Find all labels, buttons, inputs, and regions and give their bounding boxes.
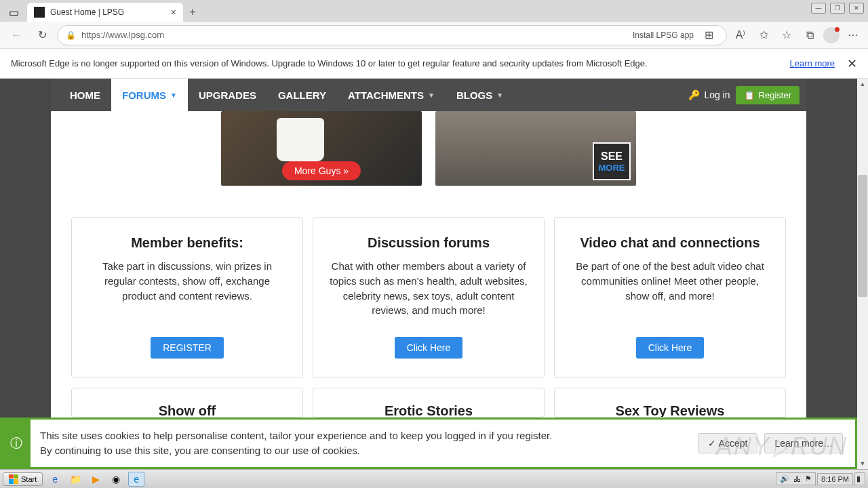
taskbar-ie-icon[interactable]: e bbox=[47, 472, 63, 487]
favorites-icon[interactable]: ☆ bbox=[777, 26, 796, 45]
window-titlebar: ▭ Guest Home | LPSG × + — ❐ ✕ bbox=[0, 0, 868, 22]
hero-image-2[interactable]: SEEMORE bbox=[435, 111, 636, 186]
taskbar-media-icon[interactable]: ▶ bbox=[87, 472, 104, 487]
nav-blogs[interactable]: BLOGS▼ bbox=[446, 79, 514, 111]
nav-attachments[interactable]: ATTACHMENTS▼ bbox=[337, 79, 446, 111]
refresh-button[interactable]: ↻ bbox=[31, 24, 53, 46]
infobar-text: Microsoft Edge is no longer supported on… bbox=[11, 58, 648, 68]
hero-row: More Guys » SEEMORE bbox=[51, 111, 806, 186]
nav-gallery[interactable]: GALLERY bbox=[267, 79, 337, 111]
card-erotic-stories: Erotic Stories bbox=[313, 388, 545, 418]
card-title: Member benefits: bbox=[131, 235, 243, 251]
menu-icon[interactable]: ⋯ bbox=[844, 26, 863, 45]
favicon-icon bbox=[34, 7, 45, 18]
benefit-cards-row: Member benefits: Take part in discussion… bbox=[51, 186, 806, 388]
url-text: https://www.lpsg.com bbox=[81, 30, 627, 40]
card-title: Video chat and connections bbox=[580, 235, 760, 251]
info-icon: ⓘ bbox=[2, 420, 31, 467]
chevron-down-icon: ▼ bbox=[170, 92, 177, 99]
card-discussion-forums: Discussion forums Chat with other member… bbox=[313, 217, 545, 378]
nav-attachments-label: ATTACHMENTS bbox=[348, 89, 424, 101]
nav-forums[interactable]: FORUMS▼ bbox=[111, 79, 188, 111]
card-title: Show off bbox=[88, 403, 286, 418]
vertical-scrollbar[interactable]: ▲ ▼ bbox=[857, 79, 868, 469]
register-card-button[interactable]: REGISTER bbox=[151, 337, 224, 359]
page-viewport: HOME FORUMS▼ UPGRADES GALLERY ATTACHMENT… bbox=[0, 79, 857, 469]
card-sex-toy-reviews: Sex Toy Reviews bbox=[554, 388, 786, 418]
windows-taskbar: Start e 📁 ▶ ◉ e 🔊 🖧 ⚑ 8:16 PM ▮ bbox=[0, 469, 868, 488]
secondary-cards-row: Show off Erotic Stories Sex Toy Reviews bbox=[51, 388, 806, 418]
profile-avatar[interactable] bbox=[823, 27, 840, 43]
unsupported-os-infobar: Microsoft Edge is no longer supported on… bbox=[0, 49, 868, 79]
windows-logo-icon bbox=[9, 474, 18, 484]
close-window-button[interactable]: ✕ bbox=[849, 3, 864, 14]
card-video-chat: Video chat and connections Be part of on… bbox=[554, 217, 786, 378]
taskbar-edge-icon[interactable]: e bbox=[128, 472, 144, 487]
card-member-benefits: Member benefits: Take part in discussion… bbox=[71, 217, 303, 378]
scrollbar-thumb[interactable] bbox=[858, 175, 867, 297]
more-guys-button[interactable]: More Guys » bbox=[282, 161, 361, 180]
start-button[interactable]: Start bbox=[3, 472, 43, 486]
learn-more-link[interactable]: Learn more bbox=[790, 58, 835, 68]
show-desktop-button[interactable]: ▮ bbox=[854, 472, 865, 485]
card-show-off: Show off bbox=[71, 388, 303, 418]
nav-upgrades[interactable]: UPGRADES bbox=[188, 79, 267, 111]
close-icon[interactable]: × bbox=[171, 7, 176, 18]
taskbar-explorer-icon[interactable]: 📁 bbox=[67, 472, 83, 487]
more-label: MORE bbox=[599, 163, 625, 173]
window-controls: — ❐ ✕ bbox=[811, 3, 864, 14]
scroll-up-arrow[interactable]: ▲ bbox=[857, 79, 868, 89]
nav-home[interactable]: HOME bbox=[59, 79, 111, 111]
start-label: Start bbox=[21, 475, 37, 483]
nav-forums-label: FORUMS bbox=[122, 89, 166, 101]
key-icon: 🔑 bbox=[688, 89, 700, 100]
network-icon[interactable]: 🖧 bbox=[793, 475, 801, 483]
collections-icon[interactable]: ⧉ bbox=[800, 26, 819, 45]
cookie-consent-banner: ⓘ This site uses cookies to help persona… bbox=[0, 418, 857, 469]
time-label: 8:16 PM bbox=[821, 475, 849, 483]
clock[interactable]: 8:16 PM bbox=[817, 473, 853, 485]
chevron-down-icon: ▼ bbox=[496, 92, 503, 99]
volume-icon[interactable]: 🔊 bbox=[780, 474, 789, 483]
favorites-add-icon[interactable]: ✩ bbox=[754, 26, 773, 45]
tab-actions-button[interactable]: ▭ bbox=[3, 3, 24, 22]
chevron-down-icon: ▼ bbox=[428, 92, 435, 99]
see-more-badge[interactable]: SEEMORE bbox=[593, 142, 631, 180]
back-button[interactable]: ← bbox=[5, 24, 27, 46]
nav-blogs-label: BLOGS bbox=[456, 89, 492, 101]
login-link[interactable]: 🔑Log in bbox=[688, 89, 730, 100]
flag-icon[interactable]: ⚑ bbox=[805, 474, 812, 483]
register-label: Register bbox=[759, 90, 791, 100]
register-button[interactable]: 📋Register bbox=[736, 86, 800, 104]
read-aloud-icon[interactable]: A⁾ bbox=[731, 26, 750, 45]
click-here-button[interactable]: Click Here bbox=[636, 337, 705, 359]
cookie-line1: This site uses cookies to help personali… bbox=[40, 428, 688, 444]
scroll-down-arrow[interactable]: ▼ bbox=[857, 458, 868, 469]
maximize-button[interactable]: ❐ bbox=[830, 3, 845, 14]
login-label: Log in bbox=[704, 89, 730, 100]
site-navbar: HOME FORUMS▼ UPGRADES GALLERY ATTACHMENT… bbox=[51, 79, 806, 111]
minimize-button[interactable]: — bbox=[811, 3, 826, 14]
card-body: Chat with other members about a variety … bbox=[330, 259, 528, 318]
new-tab-button[interactable]: + bbox=[183, 3, 202, 22]
hero-image-1[interactable]: More Guys » bbox=[221, 111, 422, 186]
lock-icon: 🔒 bbox=[66, 30, 76, 40]
card-body: Take part in discussions, win prizes in … bbox=[88, 259, 286, 303]
browser-toolbar: ← ↻ 🔒 https://www.lpsg.com Install LPSG … bbox=[0, 22, 868, 49]
tab-title: Guest Home | LPSG bbox=[50, 7, 165, 17]
browser-tab[interactable]: Guest Home | LPSG × bbox=[27, 3, 183, 22]
click-here-button[interactable]: Click Here bbox=[395, 337, 463, 359]
cookie-line2: By continuing to use this site, you are … bbox=[40, 443, 688, 459]
tray-icons[interactable]: 🔊 🖧 ⚑ bbox=[776, 472, 816, 485]
cookie-learn-more-button[interactable]: Learn more… bbox=[764, 433, 843, 453]
taskbar-chrome-icon[interactable]: ◉ bbox=[108, 472, 124, 487]
card-title: Discussion forums bbox=[368, 235, 490, 251]
see-label: SEE bbox=[601, 150, 623, 163]
infobar-close-icon[interactable]: ✕ bbox=[847, 56, 857, 71]
card-body: Be part of one of the best adult video c… bbox=[571, 259, 769, 303]
accept-cookies-button[interactable]: ✓ Accept bbox=[698, 433, 757, 453]
install-app-label[interactable]: Install LPSG app bbox=[633, 30, 694, 40]
address-bar[interactable]: 🔒 https://www.lpsg.com Install LPSG app … bbox=[57, 25, 727, 45]
card-title: Sex Toy Reviews bbox=[571, 403, 769, 418]
app-install-icon[interactable]: ⊞ bbox=[699, 26, 718, 45]
